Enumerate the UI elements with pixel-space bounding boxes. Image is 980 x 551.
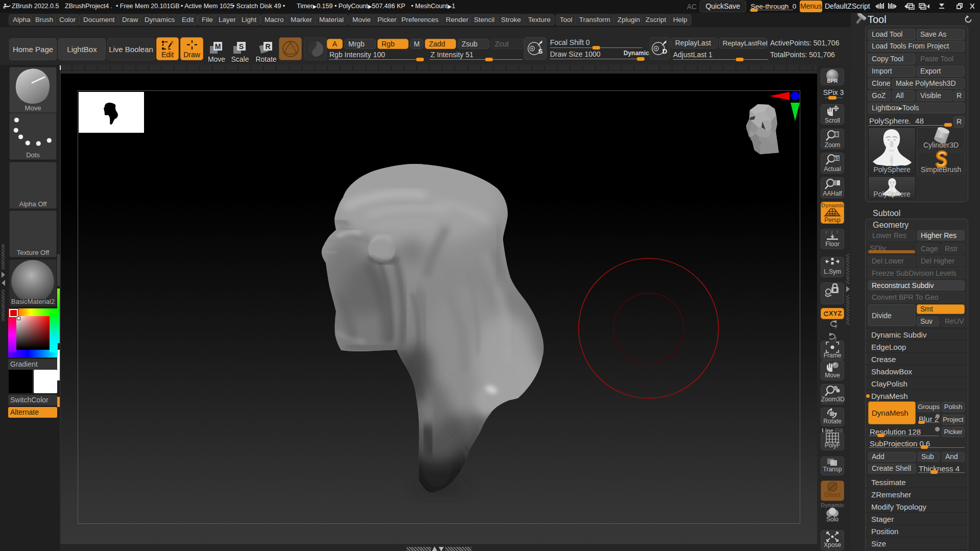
svg-text:S: S bbox=[239, 42, 244, 51]
svg-text:y: y bbox=[835, 323, 838, 328]
svg-text:x1: x1 bbox=[834, 156, 839, 161]
svg-text:M: M bbox=[215, 42, 221, 51]
svg-text:R: R bbox=[265, 42, 270, 51]
svg-text:D: D bbox=[662, 47, 667, 55]
svg-text:S: S bbox=[538, 47, 543, 55]
svg-text:BPR: BPR bbox=[827, 78, 838, 84]
